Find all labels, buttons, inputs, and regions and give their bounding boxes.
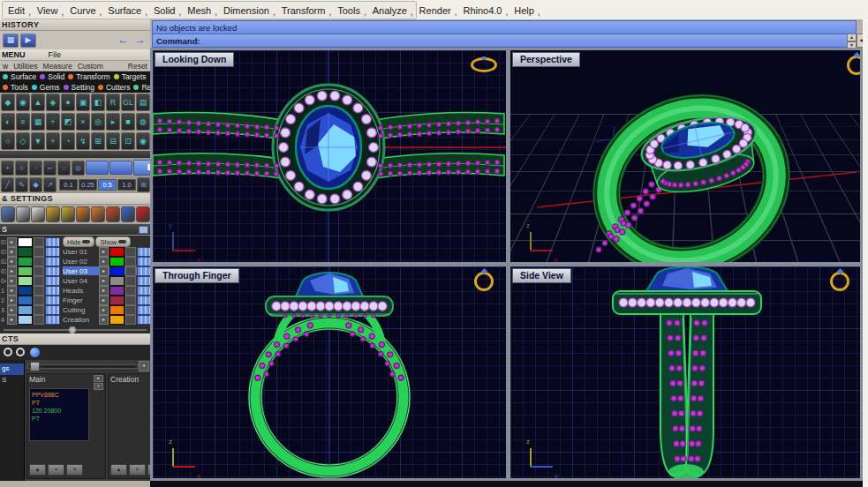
layer-row[interactable]: 02▸	[1, 257, 60, 266]
color-swatch[interactable]	[18, 276, 33, 286]
category-tab-render[interactable]: Render	[141, 83, 150, 92]
browser-zoom-slider[interactable]: +	[25, 360, 150, 371]
expand-icon[interactable]: ▸	[99, 247, 109, 257]
up-button[interactable]: ▴	[110, 464, 127, 476]
tool-icon[interactable]: ◧	[91, 94, 105, 111]
expand-icon[interactable]: ▸	[7, 296, 17, 305]
delete-button[interactable]: ×	[66, 464, 83, 476]
settings-tool-icon[interactable]	[31, 206, 45, 222]
lock-icon[interactable]	[34, 315, 44, 325]
tool-icon[interactable]: ▤	[136, 94, 150, 111]
tool-icon[interactable]: ◉	[136, 132, 150, 150]
tool-icon[interactable]: ⊞	[91, 132, 105, 150]
color-swatch[interactable]	[109, 296, 125, 305]
viewport-title-tab[interactable]: Side View	[512, 268, 571, 283]
tool-icon[interactable]: ◎	[91, 113, 105, 131]
tool-icon[interactable]: ◉	[16, 94, 30, 111]
settings-tool-icon[interactable]	[1, 206, 15, 222]
lock-icon[interactable]	[125, 296, 136, 305]
layer-visibility-button[interactable]	[45, 276, 60, 286]
settings-tool-icon[interactable]	[91, 206, 105, 222]
slider-thumb[interactable]	[30, 362, 40, 371]
layer-row[interactable]: 01▸	[1, 237, 60, 246]
settings-tool-icon[interactable]	[106, 206, 120, 222]
snap-value-0.5[interactable]: 0.5	[98, 179, 117, 191]
lock-icon[interactable]	[34, 296, 44, 305]
layer-visibility-button[interactable]	[45, 305, 60, 315]
layer-row-user04[interactable]: User 04▸	[63, 276, 152, 285]
lock-icon[interactable]	[34, 305, 44, 315]
history-forward-icon[interactable]: →	[132, 34, 147, 46]
layer-visibility-button[interactable]	[45, 257, 60, 266]
layer-row[interactable]: 1▸	[1, 286, 60, 295]
lock-icon[interactable]	[125, 247, 136, 257]
ring-perspective-icon[interactable]	[847, 56, 860, 75]
viewport-title-tab[interactable]: Perspective	[512, 52, 580, 67]
snap-value-0.1[interactable]: 0.1	[59, 179, 78, 191]
lock-icon[interactable]	[125, 257, 136, 266]
tool-icon[interactable]: ↯	[76, 132, 90, 150]
open-folder-icon[interactable]: ▶	[20, 34, 36, 48]
ring-top-icon[interactable]	[471, 57, 497, 72]
tool-icon[interactable]: ⊟	[106, 132, 120, 150]
tool-icon[interactable]: R	[106, 94, 120, 111]
color-swatch[interactable]	[109, 266, 125, 276]
panel-tab-w[interactable]: w	[3, 62, 8, 71]
menu-item-analyze[interactable]: Analyze	[373, 5, 407, 16]
layer-visibility-button[interactable]	[45, 286, 60, 296]
color-swatch[interactable]	[109, 286, 125, 296]
lock-icon[interactable]	[125, 286, 136, 296]
expand-icon[interactable]: ▸	[99, 305, 109, 315]
viewport-perspective[interactable]: Perspective z x	[510, 50, 860, 262]
command-prompt[interactable]: Command:	[152, 34, 857, 48]
layer-row[interactable]: 3▸	[1, 305, 60, 314]
history-tool-icon[interactable]: ▦	[3, 34, 19, 48]
expand-icon[interactable]: ▸	[99, 276, 109, 286]
lock-icon[interactable]	[34, 237, 44, 247]
menu-item-render[interactable]: Render	[419, 5, 451, 16]
layer-visibility-button[interactable]	[45, 237, 60, 247]
lock-icon[interactable]	[34, 247, 44, 257]
minimize-icon[interactable]	[139, 226, 148, 234]
viewport-title-tab[interactable]: Through Finger	[155, 268, 239, 283]
color-swatch[interactable]	[18, 296, 33, 305]
settings-tool-icon[interactable]	[76, 206, 90, 222]
layer-row-user01[interactable]: User 01▸	[63, 247, 152, 256]
hide-button[interactable]: Hide	[63, 236, 94, 247]
tool-icon[interactable]: ◐	[1, 113, 15, 131]
layer-row-user02[interactable]: User 02▸	[63, 257, 152, 266]
history-back-icon[interactable]: ←	[116, 34, 131, 46]
file-menu[interactable]: File	[49, 50, 62, 59]
menu-item-view[interactable]: View	[37, 5, 58, 16]
lock-icon[interactable]	[125, 276, 136, 286]
settings-tool-icon[interactable]	[46, 206, 60, 222]
color-swatch[interactable]	[18, 286, 33, 296]
grid-snap-icon[interactable]: ⊞	[137, 177, 150, 192]
osnap-button[interactable]: ▮	[133, 160, 150, 176]
expand-icon[interactable]: ▸	[99, 266, 109, 276]
tool-icon[interactable]: ⊹	[15, 161, 28, 176]
lock-icon[interactable]	[125, 305, 136, 315]
layer-row-creation[interactable]: Creation▸	[63, 315, 152, 324]
tool-icon[interactable]: ◌	[57, 161, 71, 176]
tool-icon[interactable]: ⊡	[121, 132, 135, 150]
category-tab-solid[interactable]: Solid	[48, 72, 64, 81]
tool-icon[interactable]: ◔	[61, 132, 75, 150]
panel-tab-custom[interactable]: Custom	[78, 62, 103, 71]
panel-tab-utilities[interactable]: Utilities	[13, 62, 37, 71]
tool-icon[interactable]: +	[46, 132, 60, 150]
layer-row[interactable]: 01▸	[1, 247, 60, 256]
layer-row-finger[interactable]: Finger▸	[63, 296, 152, 304]
tool-icon[interactable]: ▦	[31, 113, 45, 131]
tool-icon[interactable]: ◈	[46, 94, 60, 111]
color-swatch[interactable]	[109, 305, 125, 315]
snap-value-1.0[interactable]: 1.0	[117, 179, 136, 191]
tool-icon[interactable]: ◍	[136, 113, 150, 131]
category-tab-targets[interactable]: Targets	[122, 72, 147, 81]
lock-icon[interactable]	[125, 315, 136, 325]
tool-icon[interactable]: ◆	[1, 94, 15, 111]
layer-row[interactable]: 03▸	[1, 266, 60, 275]
lock-icon[interactable]	[34, 257, 44, 266]
layer-visibility-button[interactable]	[45, 266, 60, 276]
expand-icon[interactable]: ▸	[99, 296, 109, 305]
